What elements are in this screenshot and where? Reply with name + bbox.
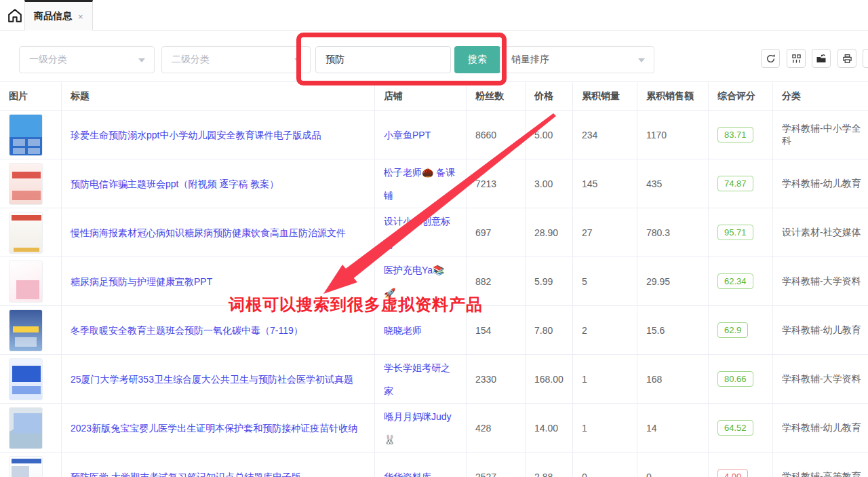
price-cell: 2.88 bbox=[526, 453, 573, 477]
score-badge: 62.34 bbox=[717, 273, 753, 289]
sales-cell: 27 bbox=[573, 208, 637, 256]
score-badge: 83.71 bbox=[717, 127, 753, 142]
refresh-icon bbox=[766, 54, 776, 64]
score-badge: 62.9 bbox=[717, 322, 748, 338]
columns-button[interactable] bbox=[787, 49, 806, 68]
table-row: 冬季取暖安全教育主题班会预防一氧化碳中毒（7-119） 晓晓老师 154 7.8… bbox=[0, 306, 868, 355]
product-title-link[interactable]: 慢性病海报素材冠心病知识糖尿病预防健康饮食高血压防治源文件 bbox=[71, 221, 346, 244]
level1-category-placeholder: 一级分类 bbox=[29, 54, 67, 66]
print-icon bbox=[842, 54, 852, 64]
price-cell: 3.00 bbox=[526, 159, 573, 208]
revenue-cell: 29.95 bbox=[637, 257, 709, 305]
sort-select[interactable]: 销量排序 bbox=[500, 46, 654, 73]
revenue-cell: 780.3 bbox=[637, 208, 709, 256]
fans-cell: 7213 bbox=[467, 159, 526, 208]
search-button[interactable]: 搜索 bbox=[454, 46, 500, 73]
revenue-cell: 0 bbox=[637, 453, 709, 477]
table-row: 25厦门大学考研353卫生综合厦大公共卫生与预防社会医学初试真题 学长学姐考研之… bbox=[0, 355, 868, 404]
shop-link[interactable]: 松子老师🌰 备课铺 bbox=[384, 161, 457, 207]
product-title-link[interactable]: 糖尿病足预防与护理健康宣教PPT bbox=[71, 270, 212, 293]
product-title-link[interactable]: 25厦门大学考研353卫生综合厦大公共卫生与预防社会医学初试真题 bbox=[71, 368, 353, 391]
price-cell: 14.00 bbox=[526, 404, 573, 452]
product-title-link[interactable]: 预防电信诈骗主题班会ppt（附视频 逐字稿 教案） bbox=[71, 172, 279, 195]
product-thumbnail[interactable] bbox=[9, 212, 43, 254]
header-score: 综合评分 bbox=[709, 82, 773, 110]
tab-close-icon[interactable]: × bbox=[78, 12, 83, 21]
product-thumbnail[interactable] bbox=[9, 456, 43, 477]
product-title-link[interactable]: 2023新版兔宝宝婴儿医学出生证明本保护套和预防接种证疫苗针收纳 bbox=[71, 417, 357, 440]
table-header-row: 图片 标题 店铺 粉丝数 价格 累积销量 累积销售额 综合评分 分类 bbox=[0, 82, 868, 111]
shop-link[interactable]: 学长学姐考研之家 bbox=[384, 356, 457, 402]
product-thumbnail[interactable] bbox=[9, 261, 43, 303]
fans-cell: 8660 bbox=[467, 111, 526, 159]
fans-cell: 154 bbox=[467, 306, 526, 354]
sales-cell: 234 bbox=[573, 111, 637, 159]
price-cell: 168.00 bbox=[526, 355, 573, 403]
shop-link[interactable]: 小章鱼PPT bbox=[384, 123, 431, 147]
table-row: 预防医学 大学期末考试复习笔记知识点总结题库电子版 华华资料库 2527 2.8… bbox=[0, 453, 868, 477]
export-button[interactable] bbox=[812, 49, 831, 68]
export-icon bbox=[816, 53, 827, 64]
level2-category-select[interactable]: 二级分类 bbox=[161, 46, 311, 73]
fans-cell: 697 bbox=[467, 208, 526, 256]
sort-value: 销量排序 bbox=[510, 54, 549, 66]
shop-link[interactable]: 喺月月妈咪Judy 🐰 bbox=[384, 405, 457, 451]
product-title-link[interactable]: 冬季取暖安全教育主题班会预防一氧化碳中毒（7-119） bbox=[71, 319, 303, 342]
product-thumbnail[interactable] bbox=[9, 114, 43, 156]
shop-link[interactable]: 设计小保创意标铺 bbox=[384, 210, 457, 256]
price-cell: 28.90 bbox=[526, 208, 573, 256]
product-title-link[interactable]: 预防医学 大学期末考试复习笔记知识点总结题库电子版 bbox=[71, 465, 301, 477]
sales-cell: 1 bbox=[573, 404, 637, 452]
shop-link[interactable]: 医护充电Ya📚 🚀 bbox=[384, 259, 457, 305]
home-icon[interactable] bbox=[5, 5, 25, 26]
refresh-button[interactable] bbox=[761, 49, 780, 68]
price-cell: 7.80 bbox=[526, 306, 573, 354]
price-cell: 5.00 bbox=[526, 111, 573, 159]
sales-cell: 2 bbox=[573, 306, 637, 354]
shop-link[interactable]: 晓晓老师 bbox=[384, 319, 422, 342]
print-button[interactable] bbox=[837, 49, 856, 68]
chevron-down-icon bbox=[294, 58, 301, 62]
header-sales: 累积销量 bbox=[573, 82, 637, 110]
chevron-down-icon bbox=[138, 58, 145, 62]
tab-bar: 商品信息 × bbox=[0, 0, 868, 31]
fans-cell: 428 bbox=[467, 404, 526, 452]
sales-cell: 0 bbox=[573, 453, 637, 477]
product-thumbnail[interactable] bbox=[9, 163, 43, 205]
header-image: 图片 bbox=[0, 82, 62, 110]
revenue-cell: 15.6 bbox=[637, 306, 709, 354]
table-row: 预防电信诈骗主题班会ppt（附视频 逐字稿 教案） 松子老师🌰 备课铺 7213… bbox=[0, 159, 868, 208]
category-cell: 学科教辅-幼儿教育 bbox=[773, 159, 868, 208]
table-row: 糖尿病足预防与护理健康宣教PPT 医护充电Ya📚 🚀 882 5.99 5 29… bbox=[0, 257, 868, 306]
revenue-cell: 1170 bbox=[637, 111, 709, 159]
shop-link[interactable]: 华华资料库 bbox=[384, 465, 431, 477]
table-row: 珍爱生命预防溺水ppt中小学幼儿园安全教育课件电子版成品 小章鱼PPT 8660… bbox=[0, 111, 868, 159]
category-cell: 学科教辅-大学资料 bbox=[773, 355, 868, 403]
category-cell: 学科教辅-幼儿教育 bbox=[773, 306, 868, 354]
chevron-down-icon bbox=[638, 58, 645, 62]
sales-cell: 1 bbox=[573, 355, 637, 403]
settings-button[interactable] bbox=[863, 49, 868, 68]
category-cell: 学科教辅-幼儿教育 bbox=[773, 404, 868, 452]
category-cell: 学科教辅-高等教育 bbox=[773, 453, 868, 477]
product-thumbnail[interactable] bbox=[9, 358, 43, 400]
header-category: 分类 bbox=[773, 82, 868, 110]
header-shop: 店铺 bbox=[375, 82, 467, 110]
columns-icon bbox=[791, 54, 802, 64]
product-thumbnail[interactable] bbox=[9, 407, 43, 449]
revenue-cell: 168 bbox=[637, 355, 709, 403]
product-title-link[interactable]: 珍爱生命预防溺水ppt中小学幼儿园安全教育课件电子版成品 bbox=[71, 123, 321, 147]
product-thumbnail[interactable] bbox=[9, 309, 43, 351]
search-input[interactable] bbox=[315, 46, 451, 73]
category-cell: 设计素材-社交媒体 bbox=[773, 208, 868, 256]
score-badge: 4.00 bbox=[717, 469, 748, 477]
score-badge: 64.52 bbox=[717, 420, 753, 436]
score-badge: 95.71 bbox=[717, 225, 753, 240]
header-revenue: 累积销售额 bbox=[637, 82, 709, 110]
level1-category-select[interactable]: 一级分类 bbox=[19, 46, 155, 73]
tab-product-info[interactable]: 商品信息 × bbox=[24, 0, 93, 31]
score-badge: 74.87 bbox=[717, 176, 753, 191]
category-cell: 学科教辅-大学资料 bbox=[773, 257, 868, 305]
revenue-cell: 435 bbox=[637, 159, 709, 208]
product-table: 图片 标题 店铺 粉丝数 价格 累积销量 累积销售额 综合评分 分类 珍爱生命预… bbox=[0, 81, 868, 477]
